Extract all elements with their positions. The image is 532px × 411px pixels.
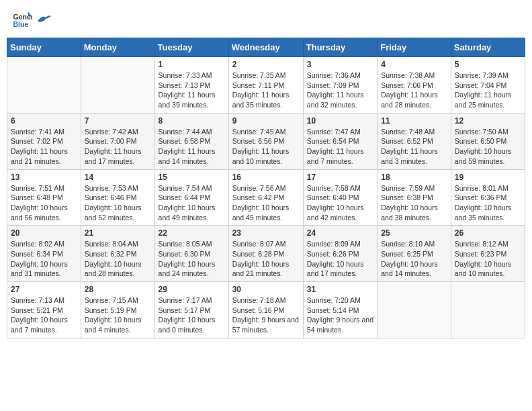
calendar-cell: 8Sunrise: 7:44 AM Sunset: 6:58 PM Daylig… xyxy=(154,113,228,169)
day-info: Sunrise: 8:10 AM Sunset: 6:25 PM Dayligh… xyxy=(381,239,447,279)
day-info: Sunrise: 7:13 AM Sunset: 5:21 PM Dayligh… xyxy=(11,295,77,335)
day-info: Sunrise: 8:02 AM Sunset: 6:34 PM Dayligh… xyxy=(11,239,77,279)
day-number: 17 xyxy=(307,173,373,182)
day-info: Sunrise: 8:12 AM Sunset: 6:23 PM Dayligh… xyxy=(455,239,521,279)
calendar-cell: 13Sunrise: 7:51 AM Sunset: 6:48 PM Dayli… xyxy=(7,169,81,226)
calendar-cell: 1Sunrise: 7:33 AM Sunset: 7:13 PM Daylig… xyxy=(154,57,228,113)
day-number: 28 xyxy=(85,285,151,294)
day-info: Sunrise: 7:58 AM Sunset: 6:40 PM Dayligh… xyxy=(307,183,373,223)
day-info: Sunrise: 7:35 AM Sunset: 7:11 PM Dayligh… xyxy=(232,71,300,110)
day-info: Sunrise: 7:38 AM Sunset: 7:06 PM Dayligh… xyxy=(381,71,447,110)
day-info: Sunrise: 7:44 AM Sunset: 6:58 PM Dayligh… xyxy=(159,127,225,167)
calendar-cell: 10Sunrise: 7:47 AM Sunset: 6:54 PM Dayli… xyxy=(303,113,377,169)
day-info: Sunrise: 8:05 AM Sunset: 6:30 PM Dayligh… xyxy=(159,239,225,279)
day-number: 27 xyxy=(11,285,77,294)
day-number: 16 xyxy=(232,173,300,182)
day-info: Sunrise: 7:56 AM Sunset: 6:42 PM Dayligh… xyxy=(232,183,300,223)
day-info: Sunrise: 7:41 AM Sunset: 7:02 PM Dayligh… xyxy=(11,127,77,167)
calendar-cell xyxy=(451,282,525,338)
calendar-cell: 31Sunrise: 7:20 AM Sunset: 5:14 PM Dayli… xyxy=(303,282,377,338)
day-number: 24 xyxy=(307,228,373,238)
day-number: 18 xyxy=(381,173,447,182)
day-info: Sunrise: 8:04 AM Sunset: 6:32 PM Dayligh… xyxy=(85,239,151,279)
day-info: Sunrise: 8:09 AM Sunset: 6:26 PM Dayligh… xyxy=(307,239,373,279)
day-number: 13 xyxy=(11,173,77,182)
day-number: 12 xyxy=(455,116,521,126)
general-blue-icon: General Blue xyxy=(12,9,32,30)
day-of-week-header: Sunday xyxy=(7,38,81,57)
calendar-cell: 27Sunrise: 7:13 AM Sunset: 5:21 PM Dayli… xyxy=(7,282,81,338)
calendar-cell: 23Sunrise: 8:07 AM Sunset: 6:28 PM Dayli… xyxy=(228,226,303,282)
calendar-week-row: 20Sunrise: 8:02 AM Sunset: 6:34 PM Dayli… xyxy=(7,226,525,282)
day-number: 15 xyxy=(159,173,225,182)
day-number: 29 xyxy=(159,285,225,294)
day-number: 2 xyxy=(232,60,300,69)
calendar-cell: 12Sunrise: 7:50 AM Sunset: 6:50 PM Dayli… xyxy=(451,113,525,169)
calendar-cell: 14Sunrise: 7:53 AM Sunset: 6:46 PM Dayli… xyxy=(81,169,154,226)
day-of-week-header: Tuesday xyxy=(154,38,228,57)
calendar-cell: 5Sunrise: 7:39 AM Sunset: 7:04 PM Daylig… xyxy=(451,57,525,113)
day-number: 8 xyxy=(159,116,225,126)
day-number: 14 xyxy=(85,173,151,182)
calendar-week-row: 6Sunrise: 7:41 AM Sunset: 7:02 PM Daylig… xyxy=(7,113,525,169)
calendar-cell: 22Sunrise: 8:05 AM Sunset: 6:30 PM Dayli… xyxy=(154,226,228,282)
day-info: Sunrise: 7:20 AM Sunset: 5:14 PM Dayligh… xyxy=(307,295,373,335)
day-info: Sunrise: 7:50 AM Sunset: 6:50 PM Dayligh… xyxy=(455,127,521,167)
day-info: Sunrise: 7:15 AM Sunset: 5:19 PM Dayligh… xyxy=(85,295,151,335)
day-number: 19 xyxy=(455,173,521,182)
day-number: 31 xyxy=(307,285,373,294)
calendar-cell: 18Sunrise: 7:59 AM Sunset: 6:38 PM Dayli… xyxy=(378,169,451,226)
logo: General Blue xyxy=(12,9,51,30)
day-of-week-header: Friday xyxy=(378,38,451,57)
day-info: Sunrise: 7:54 AM Sunset: 6:44 PM Dayligh… xyxy=(159,183,225,223)
day-info: Sunrise: 7:39 AM Sunset: 7:04 PM Dayligh… xyxy=(455,71,521,110)
header: General Blue xyxy=(7,7,525,32)
day-number: 21 xyxy=(85,228,151,238)
day-info: Sunrise: 7:53 AM Sunset: 6:46 PM Dayligh… xyxy=(85,183,151,223)
svg-text:Blue: Blue xyxy=(13,20,29,28)
day-number: 20 xyxy=(11,228,77,238)
day-info: Sunrise: 7:33 AM Sunset: 7:13 PM Dayligh… xyxy=(159,71,225,110)
day-info: Sunrise: 8:01 AM Sunset: 6:36 PM Dayligh… xyxy=(455,183,521,223)
calendar-cell xyxy=(81,57,154,113)
day-of-week-header: Monday xyxy=(81,38,154,57)
day-info: Sunrise: 8:07 AM Sunset: 6:28 PM Dayligh… xyxy=(232,239,300,279)
calendar-header-row: SundayMondayTuesdayWednesdayThursdayFrid… xyxy=(7,38,525,57)
calendar-cell: 11Sunrise: 7:48 AM Sunset: 6:52 PM Dayli… xyxy=(378,113,451,169)
calendar-cell: 7Sunrise: 7:42 AM Sunset: 7:00 PM Daylig… xyxy=(81,113,154,169)
calendar-week-row: 27Sunrise: 7:13 AM Sunset: 5:21 PM Dayli… xyxy=(7,282,525,338)
day-number: 7 xyxy=(85,116,151,126)
calendar-week-row: 1Sunrise: 7:33 AM Sunset: 7:13 PM Daylig… xyxy=(7,57,525,113)
logo-bird-icon xyxy=(36,13,51,26)
calendar-cell: 26Sunrise: 8:12 AM Sunset: 6:23 PM Dayli… xyxy=(451,226,525,282)
day-info: Sunrise: 7:45 AM Sunset: 6:56 PM Dayligh… xyxy=(232,127,300,167)
day-of-week-header: Thursday xyxy=(303,38,377,57)
day-of-week-header: Saturday xyxy=(451,38,525,57)
calendar-cell: 17Sunrise: 7:58 AM Sunset: 6:40 PM Dayli… xyxy=(303,169,377,226)
calendar-cell xyxy=(7,57,81,113)
day-info: Sunrise: 7:47 AM Sunset: 6:54 PM Dayligh… xyxy=(307,127,373,167)
day-number: 11 xyxy=(381,116,447,126)
day-info: Sunrise: 7:51 AM Sunset: 6:48 PM Dayligh… xyxy=(11,183,77,223)
day-info: Sunrise: 7:18 AM Sunset: 5:16 PM Dayligh… xyxy=(232,295,300,335)
calendar-cell: 9Sunrise: 7:45 AM Sunset: 6:56 PM Daylig… xyxy=(228,113,303,169)
day-info: Sunrise: 7:36 AM Sunset: 7:09 PM Dayligh… xyxy=(307,71,373,110)
day-number: 6 xyxy=(11,116,77,126)
calendar-cell: 19Sunrise: 8:01 AM Sunset: 6:36 PM Dayli… xyxy=(451,169,525,226)
day-info: Sunrise: 7:59 AM Sunset: 6:38 PM Dayligh… xyxy=(381,183,447,223)
day-number: 25 xyxy=(381,228,447,238)
calendar-week-row: 13Sunrise: 7:51 AM Sunset: 6:48 PM Dayli… xyxy=(7,169,525,226)
calendar-cell: 6Sunrise: 7:41 AM Sunset: 7:02 PM Daylig… xyxy=(7,113,81,169)
calendar-cell: 15Sunrise: 7:54 AM Sunset: 6:44 PM Dayli… xyxy=(154,169,228,226)
calendar-cell: 21Sunrise: 8:04 AM Sunset: 6:32 PM Dayli… xyxy=(81,226,154,282)
calendar-cell: 2Sunrise: 7:35 AM Sunset: 7:11 PM Daylig… xyxy=(228,57,303,113)
day-number: 1 xyxy=(159,60,225,69)
calendar-cell: 24Sunrise: 8:09 AM Sunset: 6:26 PM Dayli… xyxy=(303,226,377,282)
calendar-cell: 30Sunrise: 7:18 AM Sunset: 5:16 PM Dayli… xyxy=(228,282,303,338)
calendar-cell: 28Sunrise: 7:15 AM Sunset: 5:19 PM Dayli… xyxy=(81,282,154,338)
day-number: 5 xyxy=(455,60,521,69)
day-number: 26 xyxy=(455,228,521,238)
calendar-cell: 20Sunrise: 8:02 AM Sunset: 6:34 PM Dayli… xyxy=(7,226,81,282)
day-number: 9 xyxy=(232,116,300,126)
calendar-cell: 3Sunrise: 7:36 AM Sunset: 7:09 PM Daylig… xyxy=(303,57,377,113)
